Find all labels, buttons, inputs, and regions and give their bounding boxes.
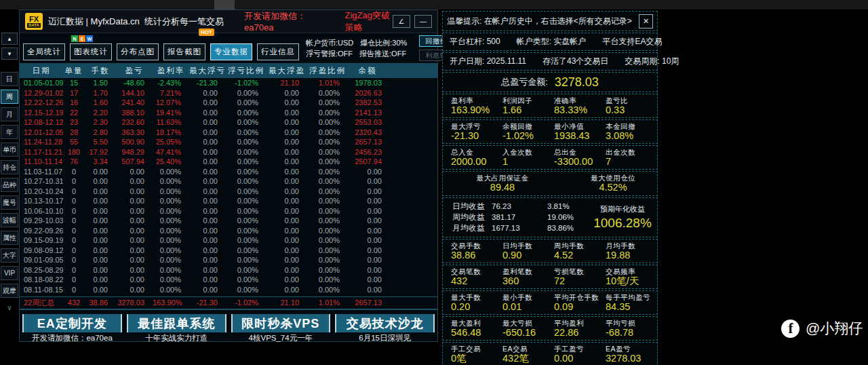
toolbar-tab[interactable]: 行业信息 <box>257 43 299 60</box>
table-row[interactable]: 12.01-12.05282.80363.3018.17%0.000.00%0.… <box>20 128 437 138</box>
stat-cell: 每手平均盈亏84.35 <box>606 293 657 312</box>
stat-label: 总入金 <box>451 148 502 156</box>
table-row[interactable]: 10.13-10.1700.000.000.00%0.000.00%0.000.… <box>20 196 437 206</box>
table-cell: 0.00% <box>226 246 267 256</box>
stat-label: 月均手数 <box>606 242 657 250</box>
close-icon[interactable]: ✕ <box>639 14 653 28</box>
toolbar-tab[interactable]: 全局统计 <box>23 43 65 60</box>
table-row[interactable]: 09.22-09.2600.000.000.00%0.000.00%0.000.… <box>20 226 437 236</box>
table-row[interactable]: 12.22-12.26161.60241.4012.07%0.000.00%0.… <box>20 98 437 108</box>
stat-value: 89.48 <box>443 182 562 193</box>
sidebar-item-年[interactable]: 年 <box>1 125 18 139</box>
table-row[interactable]: 08.11-08.1500.000.000.00%0.000.00%0.000.… <box>20 285 437 295</box>
table-header-cell: 最大浮亏 <box>189 66 226 76</box>
table-cell: 0.00% <box>153 176 189 187</box>
table-row[interactable]: 11.10-11.14763.34507.9425.40%0.000.00%0.… <box>20 157 437 167</box>
table-cell: 2.30 <box>85 117 116 128</box>
toolbar-tab[interactable]: 报告截图 <box>163 43 205 60</box>
stat-value: 1.66 <box>502 104 554 115</box>
table-row[interactable]: 09.08-09.1200.000.000.00%0.000.00%0.000.… <box>20 246 437 256</box>
footer-ad[interactable]: EA定制开发开发请加微信：ea70ea <box>22 314 122 344</box>
table-row[interactable]: 09.29-10.0300.000.000.00%0.000.00%0.000.… <box>20 216 437 226</box>
toolbar-tab[interactable]: 分布点图 <box>117 43 159 60</box>
table-cell: 09.15-09.19 <box>20 235 63 246</box>
toolbar-tab[interactable]: 专业数据 <box>210 43 252 60</box>
stat-cell: 亏损笔数72 <box>554 267 606 286</box>
table-row[interactable]: 10.20-10.2400.000.000.00%0.000.00%0.000.… <box>20 187 437 197</box>
sidebar-item-品种[interactable]: 品种 <box>1 178 18 192</box>
table-cell: 0.00% <box>307 108 348 118</box>
table-row[interactable]: 11.17-11.2118017.92948.2947.41%0.000.00%… <box>20 147 437 157</box>
footer-ad[interactable]: 最佳跟单系统十年实战实力打造 <box>127 314 226 344</box>
scroll-down-button[interactable]: ▼ <box>1 47 18 60</box>
stats-group-b: 交易手数38.86日均手数0.90周均手数4.52月均手数19.88交易笔数43… <box>442 239 658 315</box>
table-header-cell: 余额 <box>348 66 387 76</box>
footer-ad[interactable]: 限时秒杀VPS4核VPS_74元一年 <box>231 314 331 344</box>
table-cell: 0.00 <box>85 235 116 246</box>
stat-cell: 本金回撤3.08% <box>606 122 657 141</box>
table-row[interactable]: 09.01-09.0500.000.000.00%0.000.00%0.000.… <box>20 255 437 265</box>
table-cell: 0.00% <box>153 216 189 226</box>
strategy-link[interactable]: ZigZag突破策略 <box>345 9 393 34</box>
toolbar-tab[interactable]: 图表统计 <box>70 43 112 60</box>
table-row[interactable]: 10.06-10.1000.000.000.00%0.000.00%0.000.… <box>20 206 437 216</box>
sidebar-item-周[interactable]: 周 <box>1 90 18 104</box>
table-cell: 0.00 <box>189 108 226 118</box>
returns-value: 1677.13 <box>492 223 547 233</box>
status-item: 报告推送:OFF <box>359 50 406 58</box>
table-row[interactable]: 11.24-11.28555.50500.9025.05%0.000.00%0.… <box>20 137 437 147</box>
table-cell: 08.11-08.15 <box>20 285 63 295</box>
table-cell: -2.43% <box>153 78 189 88</box>
stat-cell: 手工盈亏0.00 <box>554 345 606 364</box>
stat-label: 入金次数 <box>502 148 554 156</box>
titlebar-buttons: ∠ — <box>393 15 432 28</box>
table-cell: 22 <box>63 108 85 118</box>
toolbar-tabs: 全局统计图表统计分布点图报告截图专业数据行业信息 <box>23 43 299 60</box>
status-item: 帐户货币:USD <box>306 39 353 47</box>
resize-button[interactable]: ∠ <box>393 15 410 28</box>
table-row[interactable]: 08.18-08.2200.000.000.00%0.000.00%0.000.… <box>20 275 437 285</box>
table-cell: 2.20 <box>85 108 116 118</box>
sidebar-item-大字[interactable]: 大字 <box>1 248 18 263</box>
sidebar-item-波幅[interactable]: 波幅 <box>1 213 18 227</box>
sidebar-item-持仓[interactable]: 持仓 <box>1 160 18 174</box>
stat-label: 最小净值 <box>554 122 606 130</box>
sidebar-item-月[interactable]: 月 <box>1 107 18 121</box>
sidebar-item-观摩[interactable]: 观摩 <box>1 284 18 298</box>
stat-cell: 余额回撤-1.02% <box>502 122 554 141</box>
stat-cell: 交易手数38.86 <box>451 242 502 261</box>
table-cell: 0.00 <box>267 187 307 197</box>
sidebar-item-属性[interactable]: 属性 <box>1 231 18 245</box>
table-row[interactable]: 10.27-10.3100.000.000.00%0.000.00%0.000.… <box>20 176 437 187</box>
table-row[interactable]: 12.15-12.19222.20388.1019.41%0.000.00%0.… <box>20 108 437 118</box>
table-cell: 0.00% <box>153 275 189 285</box>
table-cell: 0.00 <box>189 285 226 295</box>
sidebar-item-VIP[interactable]: VIP <box>1 266 18 280</box>
table-cell: 0.00 <box>189 226 226 236</box>
sidebar-item-单币[interactable]: 单币 <box>1 142 18 157</box>
table-cell: 0.00 <box>189 128 226 138</box>
table-row[interactable]: 11.03-11.0700.000.000.00%0.000.00%0.000.… <box>20 167 437 177</box>
scroll-up-button[interactable]: ▲ <box>1 33 18 45</box>
table-cell: 0.00 <box>348 187 387 197</box>
minimize-button[interactable]: — <box>414 15 432 28</box>
stat-cell: 利润因子1.66 <box>502 96 554 115</box>
footer-ad[interactable]: 交易技术沙龙6月15日深圳见 <box>335 314 435 344</box>
table-cell: 0.00 <box>267 167 307 177</box>
stat-cell: 最大盈利546.48 <box>451 319 502 338</box>
table-cell: 500.90 <box>116 137 153 147</box>
table-row[interactable]: 12.08-12.12232.30232.6011.63%0.000.00%0.… <box>20 117 437 128</box>
table-row[interactable]: 09.15-09.1900.000.000.00%0.000.00%0.000.… <box>20 235 437 246</box>
stat-cell: 总出金-3300.00 <box>554 148 606 167</box>
stat-label: 准确率 <box>554 96 606 104</box>
sidebar-item-日[interactable]: 日 <box>1 72 18 86</box>
stat-value: 163.90% <box>451 104 502 115</box>
sidebar-item-魔号[interactable]: 魔号 <box>1 195 18 210</box>
table-cell: 0.00 <box>348 176 387 187</box>
table-row[interactable]: 01.05-01.09151.50-48.60-2.43%-21.30-1.02… <box>20 78 437 88</box>
sidebar-item-v[interactable]: v <box>1 301 18 314</box>
table-cell: 0.00% <box>226 117 267 128</box>
stats-group-c: 最大盈利546.48最大亏损-650.16平均盈利22.86平均亏损-68.78… <box>442 316 658 365</box>
table-row[interactable]: 08.25-08.2900.000.000.00%0.000.00%0.000.… <box>20 265 437 275</box>
table-row[interactable]: 12.29-01.02171.70144.107.21%0.000.00%0.0… <box>20 88 437 98</box>
